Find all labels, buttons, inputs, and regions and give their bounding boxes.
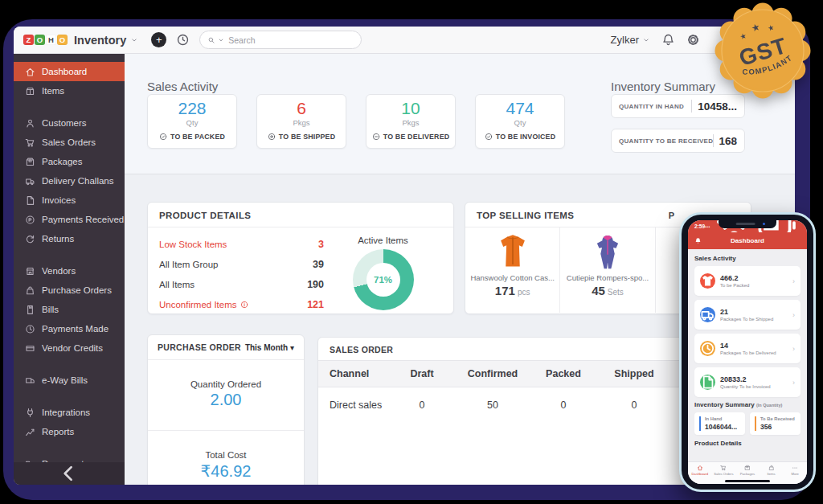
sales-activity-card-to-be-delivered[interactable]: 10PkgsTO BE DELIVERED bbox=[366, 94, 456, 149]
purchase-order-panel: PURCHASE ORDER This Month ▾ Quantity Ord… bbox=[147, 334, 305, 485]
sidebar-item-vendor-credits[interactable]: Vendor Credits bbox=[14, 338, 125, 358]
sales-activity-card-to-be-invoiced[interactable]: 474QtyTO BE INVOICED bbox=[475, 94, 565, 149]
sales-order-cell: Direct sales bbox=[318, 387, 387, 424]
search-scope-caret-icon[interactable] bbox=[218, 37, 224, 43]
sidebar-item-dashboard[interactable]: Dashboard bbox=[14, 62, 125, 81]
sidebar-item-label: Dashboard bbox=[42, 67, 87, 76]
phone-tab-label: Dashboard bbox=[692, 472, 709, 476]
add-new-button[interactable]: + bbox=[151, 32, 166, 47]
sales-activity-status-label: TO BE INVOICED bbox=[496, 133, 556, 141]
phone-card-label: Quantity To be Invoiced bbox=[720, 384, 771, 389]
top-selling-item[interactable]: Cutiepie Rompers-spo...45Sets bbox=[560, 227, 655, 313]
product-details-row-all-item-group[interactable]: All Item Group39 bbox=[159, 254, 324, 274]
clock-icon bbox=[700, 341, 715, 356]
sidebar-item-payments-received[interactable]: Payments Received bbox=[14, 210, 125, 229]
dot-circle-icon bbox=[268, 133, 276, 141]
phone-card-label: To be Packed bbox=[720, 283, 749, 288]
history-icon bbox=[176, 33, 190, 47]
sales-activity-card-to-be-shipped[interactable]: 6PkgsTO BE SHIPPED bbox=[256, 94, 346, 149]
product-details-row-all-items[interactable]: All Items190 bbox=[159, 274, 324, 294]
sidebar-collapse-button[interactable] bbox=[14, 462, 125, 485]
sales-order-cell: 50 bbox=[457, 387, 528, 424]
store-icon bbox=[25, 266, 35, 277]
phone-sales-card-quantity-to-be-invoiced: 20833.2Quantity To be Invoiced› bbox=[694, 367, 800, 397]
inventory-field-label: QUANTITY TO BE RECEIVED bbox=[619, 137, 713, 145]
phone-card-label: Packages To be Shipped bbox=[720, 317, 773, 322]
package-icon bbox=[744, 465, 751, 471]
sidebar-item-vendors[interactable]: Vendors bbox=[14, 261, 125, 281]
sidebar-item-label: Packages bbox=[42, 157, 83, 166]
product-details-row-low-stock-items[interactable]: Low Stock Items3 bbox=[159, 234, 324, 254]
sales-order-column-confirmed[interactable]: Confirmed bbox=[457, 361, 528, 387]
settings-icon[interactable] bbox=[686, 33, 700, 47]
sidebar-item-label: Invoices bbox=[42, 195, 76, 205]
sidebar-item-items[interactable]: Items bbox=[14, 81, 125, 100]
org-selector[interactable]: Zylker bbox=[611, 34, 650, 46]
top-selling-item-name: Hanswooly Cotton Cas... bbox=[470, 273, 555, 282]
sales-order-column-packed[interactable]: Packed bbox=[528, 361, 599, 387]
sales-activity-status: TO BE DELIVERED bbox=[366, 133, 455, 141]
shirt-icon bbox=[700, 273, 715, 289]
inventory-summary-fields: QUANTITY IN HAND10458...QUANTITY TO BE R… bbox=[611, 94, 745, 163]
plug-icon bbox=[25, 408, 35, 418]
sidebar-item-bills[interactable]: Bills bbox=[14, 300, 125, 319]
phone-sales-cards: 466.2To be Packed›21Packages To be Shipp… bbox=[694, 266, 800, 397]
sales-order-cell: 0 bbox=[599, 387, 669, 424]
chevron-down-icon[interactable] bbox=[130, 36, 138, 44]
total-cost-label: Total Cost bbox=[148, 450, 304, 460]
sidebar-item-label: Payments Made bbox=[42, 324, 109, 334]
sidebar-item-e-way-bills[interactable]: e-Way Bills bbox=[14, 371, 125, 390]
more-icon bbox=[792, 465, 798, 471]
sidebar-item-packages[interactable]: Packages bbox=[14, 152, 125, 171]
sidebar-item-label: Vendors bbox=[42, 266, 76, 276]
sidebar-item-payments-made[interactable]: Payments Made bbox=[14, 319, 125, 338]
info-icon bbox=[240, 301, 248, 309]
phone-sales-activity-title: Sales Activity bbox=[694, 255, 800, 262]
bell-filled-icon bbox=[694, 237, 702, 244]
sidebar-group: DashboardItems bbox=[14, 62, 125, 100]
return-icon bbox=[25, 234, 35, 244]
sidebar-item-label: Purchase Orders bbox=[42, 285, 112, 295]
phone-time: 2:59 bbox=[694, 223, 705, 229]
sales-activity-status: TO BE INVOICED bbox=[476, 133, 564, 141]
sidebar-item-invoices[interactable]: Invoices bbox=[14, 191, 125, 210]
sidebar-item-purchase-orders[interactable]: Purchase Orders bbox=[14, 281, 125, 300]
purchase-order-period-dropdown[interactable]: This Month ▾ bbox=[245, 343, 294, 352]
total-cost-value: ₹46.92 bbox=[148, 461, 304, 481]
phone-tab-dashboard: Dashboard bbox=[688, 462, 712, 484]
phone-tab-label: Packages bbox=[740, 472, 755, 476]
sales-order-column-shipped[interactable]: Shipped bbox=[599, 361, 669, 387]
sidebar-item-sales-orders[interactable]: Sales Orders bbox=[14, 133, 125, 152]
phone-inventory-summary: In Hand1046044...To Be Received356 bbox=[694, 412, 800, 435]
sales-order-column-draft[interactable]: Draft bbox=[387, 361, 457, 387]
phone-mockup: 2:59 ••• Dashboard Sales Activity bbox=[679, 212, 816, 492]
notifications-icon[interactable] bbox=[661, 33, 675, 47]
product-row-value: 39 bbox=[313, 259, 324, 270]
sidebar-item-reports[interactable]: Reports bbox=[14, 422, 125, 441]
cellular-icon: ••• bbox=[705, 224, 710, 229]
top-selling-period-dropdown[interactable]: P bbox=[669, 211, 674, 220]
inventory-summary-title: Inventory Summary bbox=[611, 80, 715, 93]
sales-order-column-channel[interactable]: Channel bbox=[318, 361, 387, 387]
chevron-right-icon: › bbox=[792, 311, 795, 319]
sidebar-group: e-Way Bills bbox=[14, 371, 125, 390]
product-details-panel: PRODUCT DETAILS Low Stock Items3All Item… bbox=[147, 202, 454, 314]
top-selling-item[interactable]: Hanswooly Cotton Cas...171pcs bbox=[465, 227, 560, 313]
product-details-row-unconfirmed-items[interactable]: Unconfirmed Items121 bbox=[159, 294, 324, 314]
sidebar-item-delivery-challans[interactable]: Delivery Challans bbox=[14, 171, 125, 191]
inventory-field-value: 10458... bbox=[698, 100, 737, 113]
search-input[interactable]: Search bbox=[199, 31, 362, 49]
zoho-logo: ZOHO bbox=[23, 35, 68, 45]
purchase-order-title: PURCHASE ORDER bbox=[158, 342, 241, 352]
topbar: ZOHO Inventory + Search Zylker bbox=[14, 27, 795, 54]
product-row-value: 121 bbox=[307, 299, 324, 310]
sales-activity-card-to-be-packed[interactable]: 228QtyTO BE PACKED bbox=[147, 94, 237, 149]
sidebar-item-label: Bills bbox=[42, 305, 59, 314]
sidebar-item-customers[interactable]: Customers bbox=[14, 113, 125, 133]
box-icon bbox=[25, 86, 35, 96]
sidebar-item-returns[interactable]: Returns bbox=[14, 229, 125, 248]
sales-activity-value: 474 bbox=[476, 99, 564, 118]
sidebar-item-integrations[interactable]: Integrations bbox=[14, 403, 125, 422]
zoho-inventory-brand[interactable]: ZOHO Inventory bbox=[23, 34, 138, 47]
recent-activity-icon[interactable] bbox=[176, 33, 190, 47]
